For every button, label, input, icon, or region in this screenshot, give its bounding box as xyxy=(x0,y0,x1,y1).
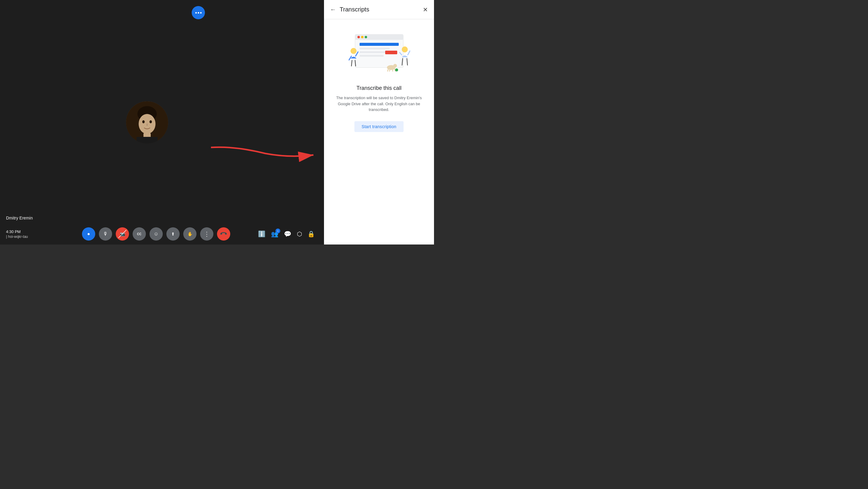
svg-rect-16 xyxy=(360,55,384,57)
side-controls: ℹ️ 👥 1 💬 ⬡ 🔒 xyxy=(258,230,318,238)
svg-point-4 xyxy=(150,120,152,123)
present-button[interactable]: ⬆ xyxy=(166,227,180,241)
info-button[interactable]: ℹ️ xyxy=(258,230,266,238)
panel-close-button[interactable]: ✕ xyxy=(423,6,428,13)
captions-button[interactable]: CC xyxy=(133,227,146,241)
svg-line-25 xyxy=(408,51,410,55)
emoji-button[interactable]: ☺ xyxy=(150,227,163,241)
bottom-toolbar: 4:30 PM | hoi-wqkr-tau ● 🎙 📷 CC ☺ ⬆ xyxy=(0,223,324,245)
svg-point-23 xyxy=(402,47,408,53)
svg-line-27 xyxy=(407,59,407,65)
svg-rect-6 xyxy=(136,137,158,144)
people-button[interactable]: 👥 1 xyxy=(271,230,278,238)
call-controls: ● 🎙 📷 CC ☺ ⬆ ✋ ⋮ 📞 xyxy=(54,227,258,241)
transcribe-description: The transcription will be saved to Dmitr… xyxy=(331,95,427,113)
svg-point-11 xyxy=(361,36,364,38)
user-name-overlay: Dmitry Eremin xyxy=(6,216,33,220)
more-options-video-btn[interactable] xyxy=(192,6,205,19)
people-badge: 1 xyxy=(276,228,280,233)
mic-button[interactable]: 🎙 xyxy=(99,227,112,241)
transcribe-title: Transcribe this call xyxy=(356,85,401,91)
participants-button[interactable]: ● xyxy=(82,227,95,241)
mic-icon: 🎙 xyxy=(103,231,108,237)
activities-button[interactable]: ⬡ xyxy=(297,230,302,238)
svg-line-21 xyxy=(351,60,352,66)
svg-point-34 xyxy=(395,68,398,71)
svg-rect-13 xyxy=(360,43,399,46)
svg-point-3 xyxy=(142,120,145,123)
svg-rect-14 xyxy=(360,48,390,50)
panel-header: ← Transcripts ✕ xyxy=(324,0,434,19)
camera-off-icon: 📷 xyxy=(120,232,125,236)
svg-point-29 xyxy=(393,64,397,67)
chat-button[interactable]: 💬 xyxy=(284,230,291,238)
panel-body: Transcribe this call The transcription w… xyxy=(324,19,434,245)
avatar-face xyxy=(126,101,168,144)
panel-title: Transcripts xyxy=(340,6,423,13)
raise-hand-button[interactable]: ✋ xyxy=(183,227,196,241)
end-call-button[interactable]: 📞 xyxy=(214,224,233,243)
start-transcription-button[interactable]: Start transcription xyxy=(354,121,404,132)
svg-point-10 xyxy=(358,36,360,38)
three-dots-icon xyxy=(195,12,202,13)
more-button[interactable]: ⋮ xyxy=(200,227,213,241)
meeting-code: | hoi-wqkr-tau xyxy=(6,235,54,239)
svg-rect-17 xyxy=(385,51,397,54)
meeting-info: 4:30 PM | hoi-wqkr-tau xyxy=(6,230,54,239)
video-area: Dmitry Eremin 4:30 PM | hoi-wqkr-tau ● 🎙… xyxy=(0,0,324,245)
lock-button[interactable]: 🔒 xyxy=(307,230,315,238)
meeting-time: 4:30 PM xyxy=(6,230,54,234)
svg-point-18 xyxy=(350,48,356,54)
user-avatar xyxy=(126,101,168,144)
panel-back-button[interactable]: ← xyxy=(330,6,336,13)
camera-button[interactable]: 📷 xyxy=(116,227,129,241)
transcription-illustration xyxy=(346,28,412,77)
transcripts-panel: ← Transcripts ✕ xyxy=(324,0,434,245)
svg-point-12 xyxy=(365,36,367,38)
